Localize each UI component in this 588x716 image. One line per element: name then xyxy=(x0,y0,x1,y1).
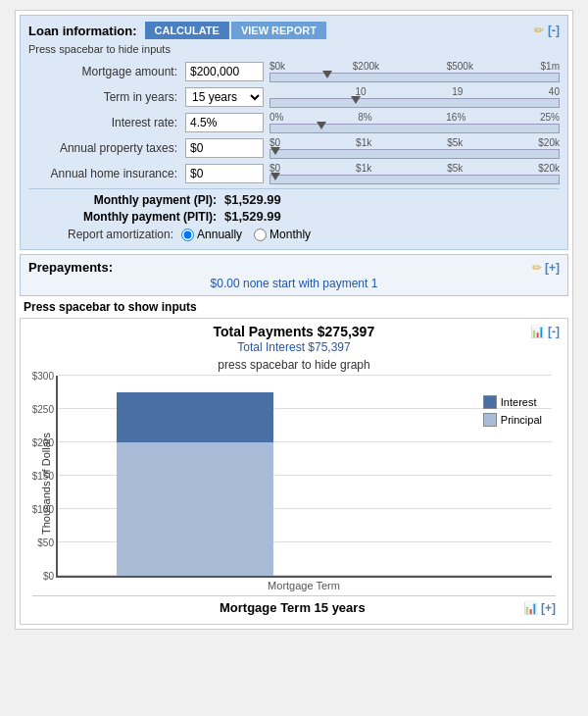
slider-label-3: $20k xyxy=(538,137,560,148)
footer-chart-icon[interactable]: 📊 xyxy=(523,601,538,615)
chart-legend: Interest Principal xyxy=(483,395,542,427)
chart-inner: Thousands of Dollars $300 $250 xyxy=(36,376,552,591)
totals-header: Total Payments $275,397 📊 [-] xyxy=(28,324,560,339)
chart-content: $300 $250 $200 $150 xyxy=(56,376,552,591)
prepayments-header: Prepayments: ✏ [+] xyxy=(28,260,560,275)
prepayments-value: $0.00 none start with payment 1 xyxy=(28,277,560,290)
chart-area: Thousands of Dollars $300 $250 xyxy=(36,376,552,591)
y-tick-50: $50 xyxy=(37,537,54,548)
total-payments: Total Payments $275,397 xyxy=(58,324,530,339)
home-insurance-input[interactable] xyxy=(185,164,264,183)
y-tick-300: $300 xyxy=(32,371,54,382)
calculate-button[interactable]: CALCULATE xyxy=(145,22,229,39)
loan-press-hint: Press spacebar to hide inputs xyxy=(28,43,560,55)
interest-rate-slider[interactable] xyxy=(270,124,560,133)
property-taxes-input[interactable] xyxy=(185,138,264,158)
footer-title: Mortgage Term 15 years xyxy=(62,600,523,615)
mortgage-amount-input[interactable] xyxy=(185,62,264,81)
y-tick-0: $0 xyxy=(43,571,54,582)
footer-expand-icon[interactable]: [+] xyxy=(541,601,556,615)
legend-principal-label: Principal xyxy=(501,414,542,426)
slider-label-2: 19 xyxy=(452,86,463,97)
property-taxes-label: Annual property taxes: xyxy=(28,141,185,155)
amort-monthly-option[interactable]: Monthly xyxy=(254,228,311,241)
mortgage-amount-label: Mortgage amount: xyxy=(28,65,185,78)
property-taxes-slider[interactable] xyxy=(270,149,560,159)
legend-principal-color xyxy=(483,413,497,427)
interest-rate-input[interactable] xyxy=(185,113,264,132)
home-insurance-thumb[interactable] xyxy=(270,173,280,180)
slider-label-2: $5k xyxy=(447,163,463,174)
total-interest: Total Interest $75,397 xyxy=(28,340,560,354)
home-insurance-slider-labels: $0 $1k $5k $20k xyxy=(270,163,560,174)
bar-principal xyxy=(117,442,273,576)
home-insurance-slider-area: $0 $1k $5k $20k xyxy=(270,163,560,184)
mortgage-amount-slider[interactable] xyxy=(270,73,560,82)
slider-label-2: $5k xyxy=(447,137,463,148)
property-taxes-row: Annual property taxes: $0 $1k $5k $20k xyxy=(28,137,560,159)
amort-monthly-label: Monthly xyxy=(270,228,311,241)
slider-label-1: $200k xyxy=(353,61,379,72)
loan-header-icons: ✏ [-] xyxy=(534,24,560,37)
slider-label-0: $0k xyxy=(270,61,285,72)
legend-interest: Interest xyxy=(483,395,542,409)
slider-label-1: $1k xyxy=(356,137,371,148)
totals-chart-icon[interactable]: 📊 xyxy=(530,325,545,338)
legend-interest-label: Interest xyxy=(501,396,537,408)
legend-principal: Principal xyxy=(483,413,542,427)
y-tick-100: $100 xyxy=(32,504,54,515)
term-slider-labels: 10 19 40 xyxy=(270,86,560,97)
bar-group xyxy=(117,376,273,576)
amort-annually-radio[interactable] xyxy=(181,229,194,241)
property-taxes-thumb[interactable] xyxy=(270,147,280,155)
slider-label-3: $1m xyxy=(541,61,560,72)
mortgage-amount-slider-area: $0k $200k $500k $1m xyxy=(270,61,560,82)
y-tick-250: $250 xyxy=(32,404,54,415)
term-label: Term in years: xyxy=(28,90,185,104)
prepayments-section: Prepayments: ✏ [+] $0.00 none start with… xyxy=(20,254,568,296)
amort-row: Report amortization: Annually Monthly xyxy=(28,228,560,241)
monthly-piti-value: $1,529.99 xyxy=(224,209,281,224)
term-slider[interactable] xyxy=(270,98,560,108)
edit-icon[interactable]: ✏ xyxy=(534,24,544,37)
home-insurance-row: Annual home insurance: $0 $1k $5k $20k xyxy=(28,163,560,184)
slider-label-3: 25% xyxy=(540,112,560,123)
interest-rate-slider-labels: 0% 8% 16% 25% xyxy=(270,112,560,123)
y-tick-200: $200 xyxy=(32,437,54,448)
slider-label-3: $20k xyxy=(538,163,560,174)
property-taxes-slider-labels: $0 $1k $5k $20k xyxy=(270,137,560,148)
term-thumb[interactable] xyxy=(351,96,361,104)
amort-monthly-radio[interactable] xyxy=(254,229,267,241)
loan-section: Loan information: CALCULATE VIEW REPORT … xyxy=(20,15,568,250)
interest-rate-label: Interest rate: xyxy=(28,116,185,129)
graph-hint: press spacebar to hide graph xyxy=(28,358,560,372)
home-insurance-label: Annual home insurance: xyxy=(28,167,185,180)
totals-section: Total Payments $275,397 📊 [-] Total Inte… xyxy=(20,318,568,625)
prepayments-edit-icon[interactable]: ✏ xyxy=(532,261,542,275)
prepayments-title: Prepayments: xyxy=(28,260,113,275)
legend-interest-color xyxy=(483,395,497,409)
collapse-icon[interactable]: [-] xyxy=(548,24,560,37)
monthly-pi-label: Monthly payment (PI): xyxy=(28,193,224,207)
amort-label: Report amortization: xyxy=(68,228,173,241)
monthly-pi-row: Monthly payment (PI): $1,529.99 xyxy=(28,192,560,207)
mortgage-amount-thumb[interactable] xyxy=(322,71,332,78)
interest-rate-thumb[interactable] xyxy=(317,122,326,129)
totals-icons: 📊 [-] xyxy=(530,325,560,338)
term-row: Term in years: 15 years 10 years 20 year… xyxy=(28,86,560,108)
slider-label-3: 40 xyxy=(549,86,560,97)
amort-annually-option[interactable]: Annually xyxy=(181,228,242,241)
slider-label-2: 16% xyxy=(446,112,466,123)
monthly-piti-label: Monthly payment (PITI): xyxy=(28,210,224,224)
totals-collapse-icon[interactable]: [-] xyxy=(548,325,560,338)
mortgage-amount-slider-labels: $0k $200k $500k $1m xyxy=(270,61,560,72)
footer-bar: Mortgage Term 15 years 📊 [+] xyxy=(32,595,556,615)
term-select[interactable]: 15 years 10 years 20 years 30 years xyxy=(185,87,264,107)
show-inputs-hint: Press spacebar to show inputs xyxy=(24,300,564,314)
prepayments-icons: ✏ [+] xyxy=(532,261,560,275)
view-report-button[interactable]: VIEW REPORT xyxy=(231,22,326,39)
y-tick-150: $150 xyxy=(32,471,54,482)
home-insurance-slider[interactable] xyxy=(270,175,560,184)
prepayments-expand-icon[interactable]: [+] xyxy=(545,261,560,275)
interest-rate-slider-area: 0% 8% 16% 25% xyxy=(270,112,560,133)
